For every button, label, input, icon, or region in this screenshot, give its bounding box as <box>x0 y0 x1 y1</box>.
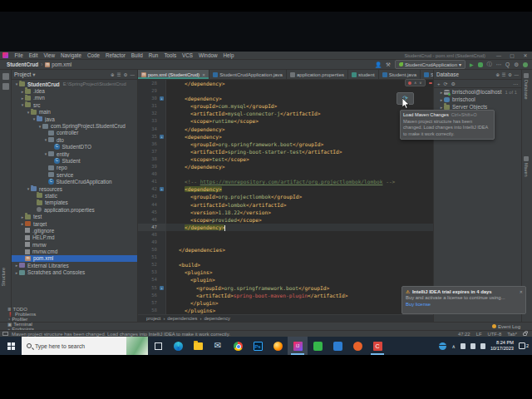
menu-item-code[interactable]: Code <box>84 52 102 58</box>
tree-row[interactable]: ▾resources <box>12 185 138 192</box>
minimize-icon[interactable]: — <box>492 53 505 58</box>
hidden-icons-chevron[interactable]: ∧ <box>451 343 455 349</box>
coverage-button[interactable]: ⓘ <box>487 61 492 68</box>
caret-position[interactable]: 47:22 <box>458 332 470 337</box>
db-tree-row[interactable]: ▸brrischool@localhost1 of 1 <box>434 88 521 96</box>
code-line[interactable]: 55↓<groupId>org.springframework.boot</gr… <box>138 284 433 292</box>
panel-settings-icon[interactable]: ⚙ <box>124 72 128 77</box>
code-line[interactable]: 38<scope>test</scope> <box>138 155 433 163</box>
next-problem-icon[interactable]: ∨ <box>419 81 421 85</box>
start-button[interactable] <box>0 337 22 355</box>
code-line[interactable]: 39</dependency> <box>138 163 433 170</box>
project-tool-icon[interactable] <box>2 73 9 80</box>
code-with-me-icon[interactable] <box>523 62 528 67</box>
code-line[interactable]: 29 <box>138 87 433 95</box>
line-ending[interactable]: LF <box>476 332 482 337</box>
debug-button[interactable] <box>478 62 483 67</box>
menu-item-run[interactable]: Run <box>145 52 161 58</box>
code-line[interactable]: 49 <box>138 239 433 246</box>
more-icon[interactable]: ⋯ <box>513 81 518 86</box>
db-tree-row[interactable]: ▸brrischool <box>434 96 521 103</box>
maven-download-icon[interactable]: ↓ <box>160 286 164 290</box>
editor-tab[interactable]: student <box>348 70 379 79</box>
tree-row[interactable]: ▾entity <box>12 150 138 157</box>
hide-panel-icon[interactable]: — <box>131 72 135 77</box>
menu-item-build[interactable]: Build <box>128 52 145 58</box>
editor-tab[interactable]: mpom.xml (StudentCrud)✕ <box>138 70 209 79</box>
code-line[interactable]: 41<!-- https://mvnrepository.com/artifac… <box>138 178 433 185</box>
maximize-icon[interactable]: ▢ <box>505 52 519 58</box>
tree-row[interactable]: ▸.mvn <box>12 95 138 101</box>
code-line[interactable]: 58</plugins> <box>138 307 433 314</box>
code-line[interactable]: 34</dependency> <box>138 126 433 133</box>
menu-item-refactor[interactable]: Refactor <box>102 52 128 58</box>
editor-tab[interactable]: Student <box>421 70 433 79</box>
close-icon[interactable]: ✕ <box>519 52 532 58</box>
code-line[interactable]: 33<scope>runtime</scope> <box>138 117 433 125</box>
edge-taskbar-button[interactable] <box>168 337 188 355</box>
tree-row[interactable]: CStudent <box>12 157 138 164</box>
tree-row[interactable]: ▾java <box>12 116 138 122</box>
database-panel-title[interactable]: Database <box>436 71 459 77</box>
intellij-idea-taskbar-button[interactable]: IJ <box>288 337 308 355</box>
menu-item-help[interactable]: Help <box>220 52 237 58</box>
refresh-icon[interactable]: ⟳ <box>444 81 448 86</box>
user-account-icon[interactable]: 👤 <box>375 62 382 68</box>
blue-app-taskbar-button[interactable] <box>328 337 347 355</box>
network-icon[interactable] <box>439 342 446 350</box>
code-line[interactable]: 51 <box>138 254 433 261</box>
code-line[interactable]: 32<artifactId>mysql-connector-j</artifac… <box>138 110 433 117</box>
code-line[interactable]: 37<artifactId>spring-boot-starter-test</… <box>138 148 433 155</box>
error-stripe-mark[interactable] <box>429 82 432 84</box>
status-message[interactable]: Maven project structure has been changed… <box>12 332 230 337</box>
code-line[interactable]: 30↓<dependency> <box>138 95 433 102</box>
tree-row[interactable]: ▸target <box>12 220 138 227</box>
code-line[interactable]: 40 <box>138 170 433 178</box>
search-everywhere-icon[interactable]: Q <box>505 62 510 67</box>
indent-style[interactable]: Tab* <box>507 332 517 337</box>
breadcrumb-file[interactable]: pom.xml <box>52 62 71 67</box>
code-line[interactable]: 52<build> <box>138 261 433 268</box>
tree-row[interactable]: ▾com.SpringProject.StudentCrud <box>12 122 138 129</box>
editor-breadcrumb-item[interactable]: project <box>146 316 160 321</box>
tree-row[interactable]: ▾StudentCrudE:\SpringProject\StudentCrud <box>12 81 138 87</box>
editor-breadcrumb-item[interactable]: dependencies <box>167 316 197 321</box>
editor-breadcrumb-item[interactable]: dependency <box>204 316 230 321</box>
keyboard-tray-icon[interactable] <box>480 343 485 349</box>
tool-window-switcher-icon[interactable] <box>2 332 8 336</box>
orange-app-taskbar-button[interactable] <box>347 337 367 355</box>
code-line[interactable]: 45<version>1.18.22</version> <box>138 209 433 216</box>
chevron-down-icon[interactable]: ▾ <box>32 71 35 78</box>
green-app-taskbar-button[interactable] <box>308 337 328 355</box>
tree-row[interactable]: ▸test <box>12 213 138 219</box>
code-line[interactable]: 28</dependency> <box>138 80 433 87</box>
code-line[interactable]: 56<artifactId>spring-boot-maven-plugin</… <box>138 292 433 299</box>
search-highlight-image[interactable] <box>126 337 148 355</box>
structure-tool-button[interactable]: Structure <box>1 268 6 286</box>
menu-item-window[interactable]: Window <box>196 52 220 58</box>
code-viewport[interactable]: 28</dependency>2930↓<dependency>31<group… <box>138 80 433 314</box>
tree-row[interactable]: ▾main <box>12 109 138 116</box>
code-line[interactable]: 43<groupId>org.projectlombok</groupId> <box>138 193 433 200</box>
collapse-all-icon[interactable]: ☰ <box>502 72 506 77</box>
chrome-taskbar-button[interactable] <box>228 337 248 355</box>
menu-item-tools[interactable]: Tools <box>161 52 180 58</box>
tree-row[interactable]: .gitignore <box>12 227 138 234</box>
tree-row[interactable]: templates <box>12 200 138 206</box>
task-view-button[interactable] <box>148 337 168 355</box>
project-panel-title[interactable]: Project <box>14 71 31 77</box>
tray-icon[interactable] <box>461 343 466 349</box>
prev-problem-icon[interactable]: ∧ <box>414 81 416 85</box>
tree-row[interactable]: mpom.xml <box>12 255 138 262</box>
more-actions-icon[interactable]: ⋯ <box>496 62 502 68</box>
locate-file-icon[interactable]: ⊕ <box>111 72 115 77</box>
tree-row[interactable]: controller <box>12 130 138 136</box>
maven-download-icon[interactable]: ↓ <box>160 135 164 139</box>
menu-item-view[interactable]: View <box>41 52 58 58</box>
code-line[interactable]: 53<plugins> <box>138 268 433 276</box>
photoshop-taskbar-button[interactable]: Ps <box>248 337 268 355</box>
locate-file-icon[interactable]: ⊕ <box>496 72 500 77</box>
file-explorer-taskbar-button[interactable] <box>188 337 208 355</box>
tool-button-maven[interactable]: Maven <box>524 156 529 177</box>
add-data-source-icon[interactable]: + <box>437 81 441 86</box>
